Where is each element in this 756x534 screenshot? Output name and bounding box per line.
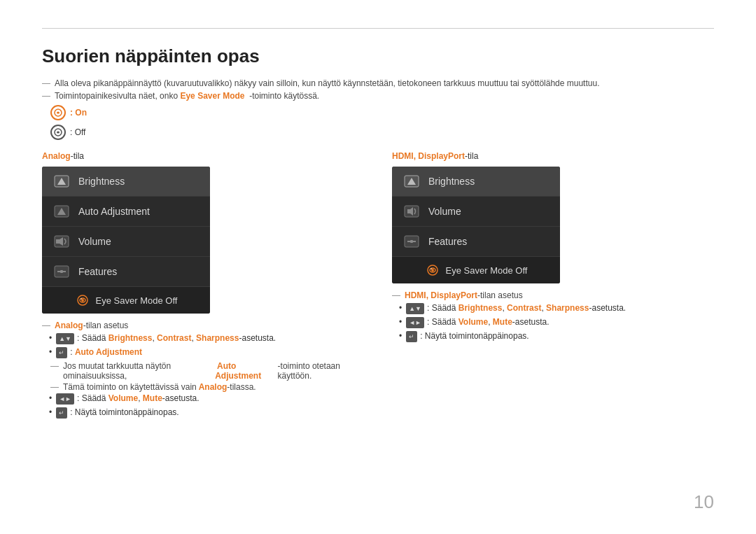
hdmi-menu-item-volume[interactable]: Volume xyxy=(392,197,560,227)
features-icon-analog xyxy=(52,264,71,279)
hdmi-bullet-list: ▲▼ : Säädä Brightness, Contrast, Sharpne… xyxy=(392,303,714,342)
svg-point-27 xyxy=(430,268,432,269)
page-number: 10 xyxy=(694,491,714,513)
svg-point-2 xyxy=(57,112,59,113)
off-status-row: : Off xyxy=(50,125,714,140)
hdmi-features-label: Features xyxy=(428,236,467,247)
hdmi-notes: HDMI, DisplayPort-tilan asetus ▲▼ : Sääd… xyxy=(392,290,714,342)
analog-notes-header: Analog-tilan asetus xyxy=(42,321,364,330)
hdmi-volume-label: Volume xyxy=(428,206,461,217)
analog-menu-item-auto-adjustment[interactable]: Auto Adjustment xyxy=(42,197,210,227)
analog-sub-note-1: Jos muutat tarkkuutta näytön ominaisuuks… xyxy=(50,361,364,381)
page-title: Suorien näppäinten opas xyxy=(42,45,714,67)
off-icon xyxy=(50,125,66,140)
analog-bullet-2: ↵ : Auto Adjustment xyxy=(49,347,364,358)
eye-saver-icon-analog xyxy=(75,294,90,307)
analog-eye-saver-row[interactable]: Eye Saver Mode Off xyxy=(42,287,210,314)
on-status-row: : On xyxy=(50,105,714,120)
analog-notes: Analog-tilan asetus ▲▼ : Säädä Brightnes… xyxy=(42,321,364,419)
enter-icon-1: ↵ xyxy=(56,347,67,358)
enter-icon-hdmi: ↵ xyxy=(406,331,417,342)
analog-title-highlight: Analog xyxy=(42,151,71,161)
on-label: : On xyxy=(70,108,87,118)
lr-icon-1: ◄► xyxy=(56,393,74,405)
hdmi-column: HDMI, DisplayPort-tila Brightness xyxy=(392,151,714,421)
analog-volume-label: Volume xyxy=(78,236,111,247)
lr-icon-hdmi: ◄► xyxy=(406,317,424,328)
analog-bullet-list: ▲▼ : Säädä Brightness, Contrast, Sharpne… xyxy=(42,333,364,358)
brightness-icon-hdmi xyxy=(402,174,421,189)
info-line-2: Toimintopainikesivulta näet, onko Eye Sa… xyxy=(42,91,714,101)
analog-label: Analog-tila xyxy=(42,151,364,161)
up-down-icon-hdmi: ▲▼ xyxy=(406,303,424,314)
eye-saver-icon-hdmi xyxy=(425,264,440,276)
analog-menu-panel: Brightness Auto Adjustment xyxy=(42,167,210,314)
hdmi-bullet-3: ↵ : Näytä toimintonäppäinopas. xyxy=(399,331,714,342)
features-icon-hdmi xyxy=(402,234,421,249)
on-icon xyxy=(50,105,66,120)
hdmi-title-highlight: HDMI, DisplayPort xyxy=(392,151,465,161)
info-line-1: Alla oleva pikanäppäinnäyttö (kuvaruutuv… xyxy=(42,78,714,88)
hdmi-menu-item-features[interactable]: Features xyxy=(392,227,560,257)
analog-features-label: Features xyxy=(78,266,117,277)
hdmi-bullet-2: ◄► : Säädä Volume, Mute-asetusta. xyxy=(399,317,714,328)
svg-point-5 xyxy=(57,132,59,133)
svg-rect-13 xyxy=(60,270,63,273)
analog-sub-note-2: Tämä toiminto on käytettävissä vain Anal… xyxy=(50,382,364,392)
hdmi-eye-saver-label: Eye Saver Mode Off xyxy=(446,265,528,276)
analog-brightness-label: Brightness xyxy=(78,176,125,187)
hdmi-bullet-1: ▲▼ : Säädä Brightness, Contrast, Sharpne… xyxy=(399,303,714,314)
hdmi-menu-item-brightness[interactable]: Brightness xyxy=(392,167,560,197)
auto-adjustment-icon xyxy=(52,204,71,219)
analog-eye-saver-label: Eye Saver Mode Off xyxy=(96,295,178,306)
hdmi-eye-saver-row[interactable]: Eye Saver Mode Off xyxy=(392,257,560,283)
volume-icon-hdmi xyxy=(402,204,421,219)
analog-menu-item-volume[interactable]: Volume xyxy=(42,227,210,257)
analog-bullet-4: ↵ : Näytä toimintonäppäinopas. xyxy=(49,407,364,419)
volume-icon-analog xyxy=(52,234,71,249)
enter-icon-2: ↵ xyxy=(56,407,67,419)
analog-menu-item-features[interactable]: Features xyxy=(42,257,210,287)
analog-bullet-3: ◄► : Säädä Volume, Mute-asetusta. xyxy=(49,393,364,405)
hdmi-label: HDMI, DisplayPort-tila xyxy=(392,151,714,161)
hdmi-brightness-label: Brightness xyxy=(428,176,475,187)
analog-column: Analog-tila Brightness xyxy=(42,151,364,421)
svg-point-17 xyxy=(80,298,82,300)
analog-bullet-list-2: ◄► : Säädä Volume, Mute-asetusta. ↵ : Nä… xyxy=(42,393,364,419)
hdmi-menu-panel: Brightness Volume xyxy=(392,167,560,283)
analog-auto-adjustment-label: Auto Adjustment xyxy=(78,206,150,217)
analog-menu-item-brightness[interactable]: Brightness xyxy=(42,167,210,197)
brightness-icon xyxy=(52,174,71,189)
svg-rect-23 xyxy=(410,240,413,243)
analog-bullet-1: ▲▼ : Säädä Brightness, Contrast, Sharpne… xyxy=(49,333,364,344)
hdmi-notes-header: HDMI, DisplayPort-tilan asetus xyxy=(392,290,714,300)
off-label: : Off xyxy=(70,127,85,137)
up-down-icon: ▲▼ xyxy=(56,333,74,344)
